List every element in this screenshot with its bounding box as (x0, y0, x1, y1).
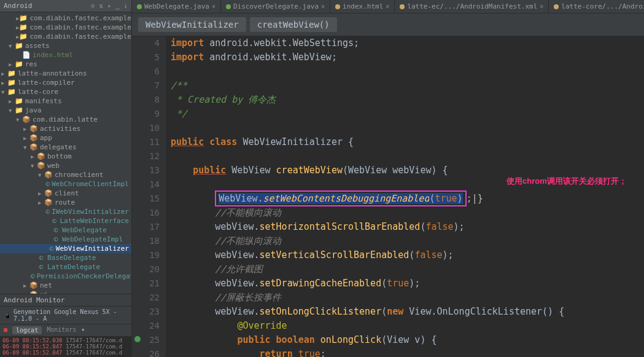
code-line[interactable]: /** (171, 79, 644, 93)
tree-arrow-icon[interactable]: ▼ (9, 108, 15, 114)
code-line[interactable]: WebView.setWebContentsDebuggingEnabled(t… (171, 192, 644, 206)
tree-arrow-icon[interactable]: ▼ (38, 172, 44, 178)
tree-item[interactable]: ©BaseDelegate (0, 253, 131, 262)
tree-item[interactable]: ▼📁java (0, 106, 131, 115)
stop-icon[interactable]: ■ (4, 326, 7, 334)
tree-arrow-icon[interactable]: ▶ (38, 190, 44, 197)
code-editor[interactable]: 4567891011121314151617181920212223242526… (132, 36, 644, 357)
tree-item[interactable]: ©WebDelegate (0, 226, 131, 235)
editor-tab[interactable]: latte-ec/.../AndroidManifest.xml× (395, 0, 549, 13)
tree-item[interactable]: 📄index.html (0, 50, 131, 60)
code-line[interactable]: webView.setHorizontalScrollBarEnabled(fa… (171, 220, 644, 234)
tree-item-icon: 📁 (15, 97, 23, 105)
tree-arrow-icon[interactable]: ▶ (9, 98, 15, 104)
line-number: 26 (132, 347, 160, 357)
dropdown-icon[interactable]: ▾ (81, 326, 85, 334)
tree-arrow-icon[interactable]: ▶ (23, 135, 29, 141)
code-line[interactable]: //不能纵向滚动 (171, 234, 644, 248)
tab-logcat[interactable]: logcat (12, 326, 42, 334)
tree-item[interactable]: ©WebDelegateImpl (0, 235, 131, 244)
tree-arrow-icon[interactable]: ▶ (31, 154, 37, 160)
tree-arrow-icon[interactable]: ▶ (1, 80, 7, 86)
tree-item[interactable]: ▶📦net (0, 281, 131, 290)
code-line[interactable]: public boolean onLongClick(View v) { (171, 333, 644, 347)
code-line[interactable]: */ (171, 107, 644, 121)
tree-item[interactable]: ▶📦app (0, 133, 131, 143)
tree-item[interactable]: ▶📁manifests (0, 96, 131, 106)
tree-arrow-icon[interactable]: ▼ (23, 144, 29, 151)
tree-item[interactable]: ▶📦bottom (0, 152, 131, 161)
log-line: 06-09 08:15:52.038 17547-17647/com.d (2, 337, 129, 343)
tree-arrow-icon[interactable]: ▶ (23, 126, 29, 132)
tree-item[interactable]: ©WebChromeClientImpl (0, 179, 131, 189)
tree-arrow-icon[interactable]: ▶ (38, 200, 44, 206)
code-line[interactable]: * Created by 傅令杰 (171, 93, 644, 107)
tree-item[interactable]: ▼📁assets (0, 41, 131, 50)
editor-tab[interactable]: index.html× (330, 0, 395, 13)
code-line[interactable]: webView.setOnLongClickListener(new View.… (171, 305, 644, 319)
override-gutter-icon[interactable] (134, 336, 141, 342)
tree-arrow-icon[interactable]: ▶ (23, 283, 29, 289)
device-selector[interactable]: 📱 Genymotion Google Nexus 5X - 7.1.0 - A (0, 307, 131, 324)
close-icon[interactable]: × (321, 3, 325, 10)
tree-item[interactable]: ▶📦route (0, 198, 131, 207)
tree-item[interactable]: ▼📦chromeclient (0, 170, 131, 179)
tree-item-label: com.diabin.fastec.example (29, 14, 131, 22)
code-line[interactable]: import android.webkit.WebSettings; (171, 36, 644, 50)
tree-item[interactable]: ©WebViewInitializer (0, 244, 131, 253)
sidebar-toolbar-icons[interactable]: ⊙ ⇅ ✦ ⎯ ↓ (91, 2, 128, 10)
tree-item[interactable]: ▶📦activities (0, 124, 131, 133)
tree-item-label: PermissionCheckerDelegate (37, 272, 131, 280)
tree-arrow-icon[interactable]: ▼ (9, 43, 15, 49)
tree-item[interactable]: ▼📦com.diabin.latte (0, 115, 131, 124)
tab-label: latte-ec/.../AndroidManifest.xml (407, 2, 537, 10)
tree-item[interactable]: ▼📁latte-core (0, 87, 131, 96)
tree-item[interactable]: ©PermissionCheckerDelegate (0, 272, 131, 281)
tree-item[interactable]: ©LatteWebInterface (0, 216, 131, 226)
code-line[interactable] (171, 121, 644, 135)
breadcrumb-class[interactable]: WebViewInitializer (138, 17, 246, 32)
code-line[interactable]: //不能横向滚动 (171, 206, 644, 220)
code-line[interactable] (171, 65, 644, 79)
tree-item[interactable]: ©IWebViewInitializer (0, 207, 131, 216)
close-icon[interactable]: × (212, 3, 215, 10)
editor-tab[interactable]: DiscoverDelegate.java× (221, 0, 330, 13)
tree-item[interactable]: ▼📦delegates (0, 143, 131, 152)
tree-item[interactable]: ▶📦client (0, 189, 131, 198)
tree-item[interactable]: ▶📁com.diabin.fastec.example (0, 14, 131, 23)
code-line[interactable]: //屏蔽长按事件 (171, 291, 644, 305)
tree-item-label: WebChromeClientImpl (52, 180, 129, 188)
tree-arrow-icon[interactable]: ▶ (9, 61, 15, 68)
tree-item[interactable]: ▼📦web (0, 161, 131, 170)
tree-arrow-icon[interactable]: ▼ (16, 117, 22, 123)
editor-tab[interactable]: WebDelegate.java× (132, 0, 221, 13)
tree-item[interactable]: ▶📁com.diabin.fastec.example (androidTe (0, 23, 131, 32)
tree-item[interactable]: ▶📁res (0, 60, 131, 69)
tree-arrow-icon[interactable]: ▼ (31, 163, 37, 169)
code-line[interactable]: webView.setDrawingCacheEnabled(true); (171, 277, 644, 291)
code-line[interactable] (171, 149, 644, 163)
editor-tab[interactable]: latte-core/.../AndroidManifest.xml× (549, 0, 644, 13)
line-number: 12 (132, 149, 160, 163)
logcat-output[interactable]: 06-09 08:15:52.038 17547-17647/com.d06-0… (0, 336, 131, 357)
code-line[interactable]: //允许截图 (171, 262, 644, 277)
tree-item[interactable]: ▶📁latte-annotations (0, 69, 131, 78)
code-line[interactable]: return true; (171, 347, 644, 357)
tree-item-label: web (47, 162, 60, 170)
close-icon[interactable]: × (386, 3, 389, 10)
tab-monitors[interactable]: Monitors (47, 326, 76, 334)
tree-item[interactable]: ▶📁com.diabin.fastec.example (test) (0, 32, 131, 41)
tree-arrow-icon[interactable]: ▼ (1, 89, 7, 95)
code-line[interactable]: public class WebViewInitializer { (171, 135, 644, 149)
tree-item[interactable]: ©LatteDelegate (0, 262, 131, 272)
tree-arrow-icon[interactable]: ▶ (1, 71, 7, 77)
code-line[interactable]: import android.webkit.WebView; (171, 50, 644, 65)
code-line[interactable]: webView.setVerticalScrollBarEnabled(fals… (171, 248, 644, 262)
code-line[interactable]: @Override (171, 319, 644, 333)
close-icon[interactable]: × (540, 3, 543, 10)
project-tree[interactable]: ▶📁com.diabin.fastec.example▶📁com.diabin.… (0, 12, 131, 294)
breadcrumb-method[interactable]: creatWebView() (250, 17, 337, 32)
tree-item-icon: © (31, 272, 35, 280)
tree-item[interactable]: ▶📁latte-compiler (0, 78, 131, 87)
code-content[interactable]: import android.webkit.WebSettings;import… (166, 36, 644, 357)
